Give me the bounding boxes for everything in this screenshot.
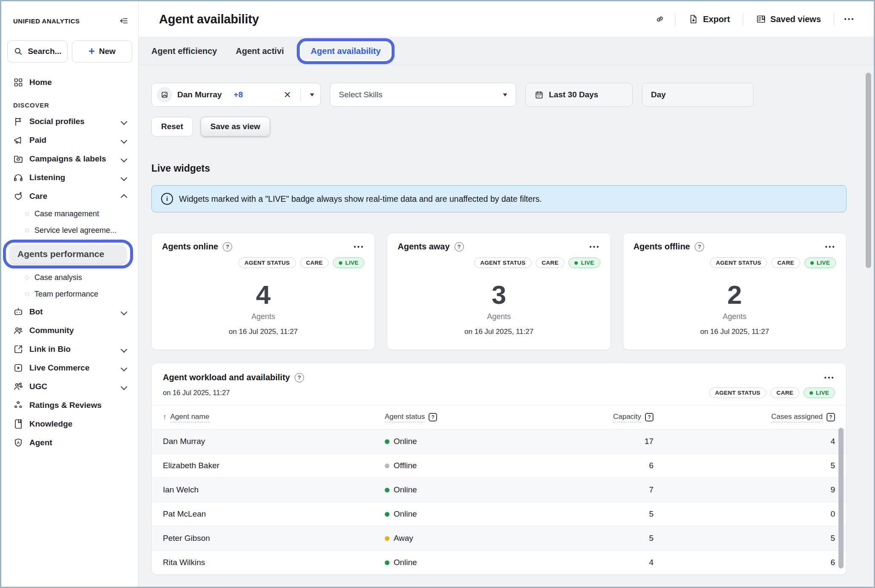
user-network-icon [13,382,23,392]
column-header-capacity[interactable]: Capacity? [566,413,654,422]
collapse-sidebar-button[interactable] [119,16,129,26]
link-icon [655,14,665,24]
annotation-highlight-sidebar: Agents performance [3,240,133,269]
granularity-value: Day [651,90,666,99]
table-row[interactable]: Peter Gibson Away 5 5 [152,526,846,550]
sidebar-item-campaigns-labels[interactable]: Campaigns & labels [1,150,138,168]
column-help-icon[interactable]: ? [645,413,653,421]
sidebar-item-agents-performance[interactable]: Agents performance [10,245,126,263]
agents-filter[interactable]: Dan Murray +8 × [151,83,321,107]
divider [300,88,301,101]
sidebar-item-ratings-reviews[interactable]: Ratings & Reviews [1,396,138,415]
care-heart-icon [13,191,23,201]
agents-offline-card: Agents offline ? ••• AGENT STATUS CARE L… [623,233,847,350]
export-button[interactable]: Export [686,14,732,25]
column-header-cases-assigned[interactable]: Cases assigned? [653,413,835,422]
sidebar-item-ugc[interactable]: UGC [1,377,138,396]
export-label: Export [703,14,730,24]
sidebar-item-listening[interactable]: Listening [1,168,138,187]
column-help-icon[interactable]: ? [429,413,437,421]
reset-button[interactable]: Reset [151,117,193,136]
sidebar-item-label: Community [29,326,74,335]
card-title: Agents online [162,242,218,252]
table-body: Dan Murray Online 17 4 Elizabeth Baker O… [152,429,846,574]
agents-away-card: Agents away ? ••• AGENT STATUS CARE LIVE… [387,233,611,350]
page-header: Agent availability Export Saved views ••… [139,1,874,37]
sidebar-actions: Search... + New [7,40,132,62]
column-help-icon[interactable]: ? [827,413,835,421]
sidebar-item-case-analysis[interactable]: Case analysis [1,269,138,286]
table-row[interactable]: Elizabeth Baker Offline 6 5 [152,453,846,478]
agent-status-cell: Online [385,485,566,495]
column-header-agent-name[interactable]: ↑Agent name [163,413,385,422]
sidebar-item-home[interactable]: Home [1,73,138,92]
status-dot-icon [385,464,389,468]
help-icon[interactable]: ? [295,373,304,382]
dropdown-caret-icon[interactable] [310,93,314,96]
sidebar-item-social-profiles[interactable]: Social profiles [1,112,138,131]
sidebar-item-care[interactable]: Care [1,187,138,206]
page-content: Dan Murray +8 × Select Skills Last 30 Da… [139,65,874,587]
granularity-filter[interactable]: Day [642,83,753,107]
live-widget-cards: Agents online ? ••• AGENT STATUS CARE LI… [151,233,847,350]
sidebar-item-service-level-agreement[interactable]: Service level agreeme... [1,222,138,239]
cases-assigned-cell: 6 [653,558,835,567]
sidebar-item-paid[interactable]: Paid [1,131,138,150]
save-as-view-button[interactable]: Save as view [201,117,270,136]
sidebar-item-link-in-bio[interactable]: Link in Bio [1,340,138,359]
help-icon[interactable]: ? [223,242,232,252]
page-scrollbar[interactable] [866,73,871,268]
table-scrollbar[interactable] [838,428,844,568]
card-menu-icon[interactable]: ••• [825,243,836,250]
play-square-icon [13,363,23,373]
copy-link-button[interactable] [655,14,665,24]
saved-views-button[interactable]: Saved views [753,14,824,25]
tab-agent-activity[interactable]: Agent activi [236,46,284,56]
header-actions: Export Saved views ••• [655,13,855,25]
search-button[interactable]: Search... [7,40,68,62]
table-row[interactable]: Dan Murray Online 17 4 [152,429,846,453]
table-row[interactable]: Ian Welch Online 7 9 [152,478,846,502]
new-button[interactable]: + New [72,40,132,62]
sidebar-subitem-label: Case analysis [34,273,82,282]
sidebar-item-case-management[interactable]: Case management [1,206,138,222]
help-icon[interactable]: ? [455,242,464,252]
sidebar-item-agent[interactable]: A Agent [1,433,138,452]
export-icon [688,14,699,24]
sidebar-section-discover: DISCOVER [13,102,126,109]
sidebar-item-community[interactable]: Community [1,321,138,340]
metric-timestamp: on 16 Jul 2025, 11:27 [162,328,364,336]
table-row[interactable]: Pat McLean Online 5 0 [152,502,846,526]
table-row[interactable]: Rita Wilkins Online 4 6 [152,550,846,574]
care-badge: CARE [771,257,800,268]
divider [675,13,676,25]
calendar-icon [534,90,544,99]
divider [743,13,743,25]
date-range-filter[interactable]: Last 30 Days [526,83,633,107]
clear-filter-icon[interactable]: × [284,89,291,101]
help-icon[interactable]: ? [695,242,704,252]
card-menu-icon[interactable]: ••• [589,243,600,250]
table-menu-icon[interactable]: ••• [824,374,835,381]
tab-agent-efficiency[interactable]: Agent efficiency [151,46,217,56]
card-menu-icon[interactable]: ••• [354,243,364,250]
stars-icon [13,400,23,410]
column-header-agent-status[interactable]: Agent status? [385,413,566,422]
capacity-cell: 5 [566,534,654,543]
cases-assigned-cell: 4 [653,437,835,446]
sidebar-item-team-performance[interactable]: Team performance [1,286,138,302]
bullet-icon [25,292,29,296]
metric-value: 3 [398,282,600,308]
skills-filter[interactable]: Select Skills [330,83,516,107]
tab-agent-availability[interactable]: Agent availability [311,46,381,56]
sidebar-item-live-commerce[interactable]: Live Commerce [1,359,138,377]
chevron-down-icon [121,174,128,181]
more-options-icon[interactable]: ••• [844,16,855,23]
sidebar-item-bot[interactable]: Bot [1,302,138,321]
sidebar-item-knowledge[interactable]: Knowledge [1,415,138,433]
metric-timestamp: on 16 Jul 2025, 11:27 [398,328,600,336]
table-timestamp: on 16 Jul 2025, 11:27 [163,389,230,397]
saved-views-label: Saved views [770,14,821,24]
bullet-icon [25,212,29,216]
sidebar-subitem-label: Service level agreeme... [34,226,116,235]
